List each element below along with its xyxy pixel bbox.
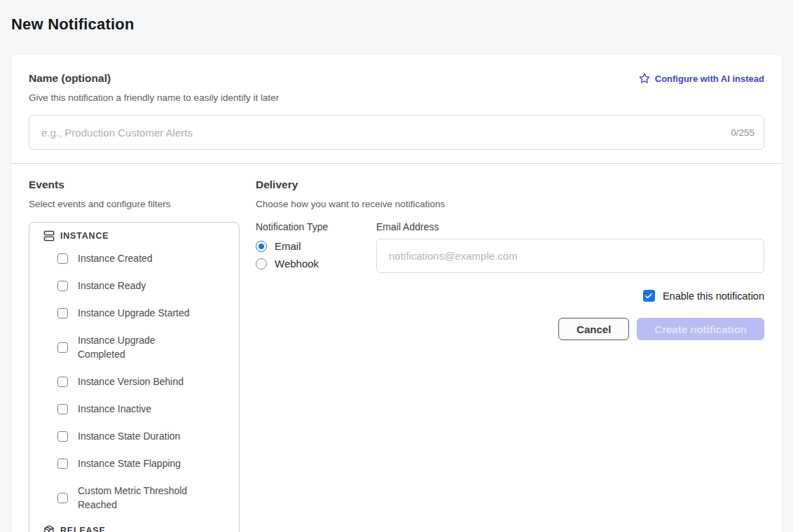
checkbox-unchecked-icon[interactable] [57, 308, 68, 318]
event-group-release: RELEASE [43, 525, 225, 532]
event-item-instance-upgrade-started[interactable]: Instance Upgrade Started [57, 306, 225, 320]
delivery-column: Delivery Choose how you want to receive … [256, 178, 764, 532]
events-column: Events Select events and configure filte… [29, 178, 256, 532]
event-item-label: Instance State Duration [78, 429, 180, 443]
page-title: New Notification [0, 0, 793, 34]
event-item-instance-ready[interactable]: Instance Ready [57, 279, 225, 293]
check-icon [644, 292, 653, 300]
notification-name-input[interactable] [29, 115, 764, 150]
event-item-label: Instance Upgrade Completed [78, 333, 198, 361]
email-address-input[interactable] [376, 239, 764, 273]
name-section-heading: Name (optional) [29, 71, 111, 85]
checkbox-unchecked-icon[interactable] [57, 281, 68, 291]
checkbox-unchecked-icon[interactable] [57, 253, 68, 264]
radio-option-webhook[interactable]: Webhook [256, 258, 376, 270]
checkbox-unchecked-icon[interactable] [57, 493, 68, 503]
event-group-label: INSTANCE [60, 231, 109, 241]
radio-option-email[interactable]: Email [256, 240, 376, 252]
event-item-label: Custom Metric Threshold Reached [78, 484, 198, 512]
checkbox-unchecked-icon[interactable] [57, 458, 68, 469]
star-icon [639, 73, 650, 84]
email-address-label: Email Address [376, 220, 764, 233]
events-subtitle: Select events and configure filters [29, 198, 256, 210]
checkbox-unchecked-icon[interactable] [57, 431, 68, 442]
name-section: Name (optional) Configure with AI instea… [11, 55, 782, 163]
event-item-instance-upgrade-completed[interactable]: Instance Upgrade Completed [57, 333, 225, 361]
event-item-instance-version-behind[interactable]: Instance Version Behind [57, 374, 225, 388]
notification-type-radio-group: Email Webhook [256, 240, 376, 270]
server-icon [43, 230, 55, 241]
radio-option-label: Email [275, 240, 301, 252]
configure-with-ai-label: Configure with AI instead [655, 74, 764, 84]
configure-with-ai-link[interactable]: Configure with AI instead [639, 73, 764, 84]
delivery-heading: Delivery [256, 178, 764, 192]
name-section-description: Give this notification a friendly name t… [29, 92, 764, 104]
radio-option-label: Webhook [275, 258, 319, 270]
event-item-label: Instance Ready [78, 279, 146, 293]
event-item-instance-inactive[interactable]: Instance Inactive [57, 402, 225, 416]
notification-type-label: Notification Type [256, 220, 376, 233]
events-panel[interactable]: INSTANCE Instance Created Instance Ready… [29, 222, 240, 532]
event-item-instance-state-duration[interactable]: Instance State Duration [57, 429, 225, 443]
event-group-instance: INSTANCE [43, 230, 225, 241]
event-item-label: Instance Created [78, 251, 153, 265]
event-group-label: RELEASE [60, 526, 106, 532]
char-counter: 0/255 [731, 127, 754, 138]
event-item-label: Instance State Flapping [78, 456, 181, 470]
checkbox-unchecked-icon[interactable] [57, 377, 68, 387]
cancel-button[interactable]: Cancel [558, 318, 629, 340]
new-notification-card: Name (optional) Configure with AI instea… [11, 55, 782, 532]
radio-unselected-icon[interactable] [256, 258, 267, 270]
event-item-instance-state-flapping[interactable]: Instance State Flapping [57, 456, 225, 470]
radio-selected-icon[interactable] [256, 241, 267, 252]
enable-notification-label: Enable this notification [663, 290, 764, 302]
delivery-subtitle: Choose how you want to receive notificat… [256, 198, 764, 210]
package-icon [43, 525, 55, 532]
event-item-label: Instance Version Behind [78, 374, 184, 388]
create-notification-button[interactable]: Create notification [637, 318, 764, 340]
enable-notification-checkbox[interactable] [643, 290, 655, 302]
events-heading: Events [29, 178, 256, 192]
event-item-label: Instance Inactive [78, 402, 151, 416]
event-item-custom-metric-threshold[interactable]: Custom Metric Threshold Reached [57, 484, 225, 512]
checkbox-unchecked-icon[interactable] [57, 404, 68, 414]
event-item-label: Instance Upgrade Started [78, 306, 190, 320]
checkbox-unchecked-icon[interactable] [57, 342, 68, 353]
event-item-instance-created[interactable]: Instance Created [57, 251, 225, 265]
